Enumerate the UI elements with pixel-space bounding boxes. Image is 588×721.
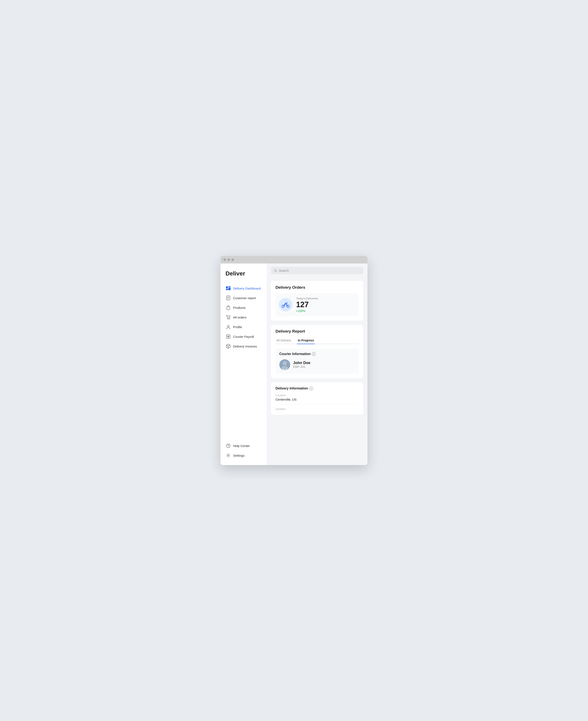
stats-number: 127 xyxy=(296,300,318,309)
sidebar-item-label-invoices: Delivery Invoices xyxy=(233,344,257,348)
sidebar-item-label-dashboard: Delivery Dashboard xyxy=(233,287,261,290)
browser-dot-3 xyxy=(231,258,234,261)
browser-dot-2 xyxy=(227,258,230,261)
customer-report-icon xyxy=(226,296,231,300)
sidebar-item-profile[interactable]: Profile xyxy=(223,322,264,332)
sidebar-item-delivery-dashboard[interactable]: Delivery Dashboard xyxy=(223,284,264,293)
svg-point-9 xyxy=(227,318,228,319)
avatar-image xyxy=(279,359,290,370)
courier-info-icon: i xyxy=(312,352,316,356)
tab-in-progress[interactable]: In Progress xyxy=(297,337,315,344)
search-placeholder: Search xyxy=(279,269,289,272)
sidebar-item-courier-payroll[interactable]: Courier Payroll xyxy=(223,332,264,341)
location-value-1: Centerville, US xyxy=(275,398,359,404)
location-label-1: Location xyxy=(275,394,359,397)
sidebar: Deliver Delivery Dashboard xyxy=(220,263,267,465)
browser-dot-1 xyxy=(224,258,226,261)
courier-info-title: Courier Information i xyxy=(279,352,355,356)
delivery-stats: Today's Deliveries 127 +150% xyxy=(275,293,359,316)
sidebar-nav: Delivery Dashboard Customer report xyxy=(220,284,267,441)
sidebar-item-delivery-invoices[interactable]: Delivery Invoices xyxy=(223,342,264,351)
report-title: Delivery Report xyxy=(275,329,359,334)
search-icon xyxy=(274,269,277,272)
sidebar-item-settings[interactable]: Settings xyxy=(223,451,264,460)
courier-payroll-icon xyxy=(226,334,231,339)
svg-point-10 xyxy=(229,318,230,319)
svg-rect-8 xyxy=(227,306,230,310)
app-logo: Deliver xyxy=(220,270,267,277)
stats-info: Today's Deliveries 127 +150% xyxy=(296,297,318,313)
report-tabs: All Delivery In Progress xyxy=(275,337,359,344)
orders-card-title: Delivery Orders xyxy=(275,285,359,290)
help-center-icon xyxy=(226,443,231,448)
svg-rect-2 xyxy=(228,287,231,288)
delivery-info-card: Delivery Information i Location Centervi… xyxy=(271,382,363,415)
svg-point-20 xyxy=(228,455,229,456)
sidebar-item-help-center[interactable]: Help Center xyxy=(223,441,264,450)
tab-all-delivery[interactable]: All Delivery xyxy=(275,337,292,344)
svg-rect-1 xyxy=(226,289,228,290)
sidebar-footer: Help Center Settings xyxy=(220,441,267,460)
svg-point-19 xyxy=(228,447,229,447)
svg-point-25 xyxy=(287,302,288,303)
delivery-info-icon: i xyxy=(309,386,313,390)
courier-profile: John Doe EMP-331 xyxy=(279,359,355,370)
main-content: Search Delivery Orders xyxy=(267,263,368,465)
svg-point-11 xyxy=(227,325,229,327)
browser-window: Deliver Delivery Dashboard xyxy=(220,256,368,465)
bike-icon xyxy=(281,301,290,308)
stats-label: Today's Deliveries xyxy=(296,297,318,300)
courier-avatar xyxy=(279,359,290,370)
browser-body: Deliver Delivery Dashboard xyxy=(220,263,368,465)
svg-line-22 xyxy=(276,271,277,272)
location-label-2: Location xyxy=(275,407,359,410)
sidebar-item-customer-report[interactable]: Customer report xyxy=(223,293,264,302)
svg-point-30 xyxy=(282,366,287,369)
courier-id: EMP-331 xyxy=(293,365,310,368)
svg-rect-0 xyxy=(226,287,228,288)
sidebar-item-all-orders[interactable]: All orders xyxy=(223,313,264,322)
bike-circle xyxy=(279,298,292,311)
svg-point-29 xyxy=(283,362,286,365)
sidebar-item-label-help: Help Center xyxy=(233,444,250,448)
sidebar-item-label-products: Products xyxy=(233,306,246,310)
sidebar-item-label-customer: Customer report xyxy=(233,296,256,300)
stats-change: +150% xyxy=(296,309,318,313)
sidebar-item-label-settings: Settings xyxy=(233,454,245,457)
products-icon xyxy=(226,305,231,310)
sidebar-item-products[interactable]: Products xyxy=(223,303,264,312)
sidebar-item-label-payroll: Courier Payroll xyxy=(233,335,254,338)
report-card: Delivery Report All Delivery In Progress… xyxy=(271,325,363,378)
browser-titlebar xyxy=(220,256,368,263)
delivery-invoices-icon xyxy=(226,344,231,348)
content-area: Delivery Orders xyxy=(267,278,368,418)
courier-info-section: Courier Information i xyxy=(275,348,359,374)
settings-icon xyxy=(226,453,231,458)
svg-rect-3 xyxy=(228,288,231,290)
sidebar-item-label-profile: Profile xyxy=(233,325,242,329)
courier-name: John Doe xyxy=(293,361,310,365)
courier-details: John Doe EMP-331 xyxy=(293,361,310,368)
all-orders-icon xyxy=(226,315,231,320)
profile-icon xyxy=(226,324,231,329)
delivery-info-title: Delivery Information i xyxy=(275,386,359,390)
sidebar-item-label-orders: All orders xyxy=(233,316,246,319)
dashboard-icon xyxy=(226,286,231,291)
orders-card: Delivery Orders xyxy=(271,281,363,321)
search-bar[interactable]: Search xyxy=(271,267,363,274)
topbar: Search xyxy=(267,263,368,278)
